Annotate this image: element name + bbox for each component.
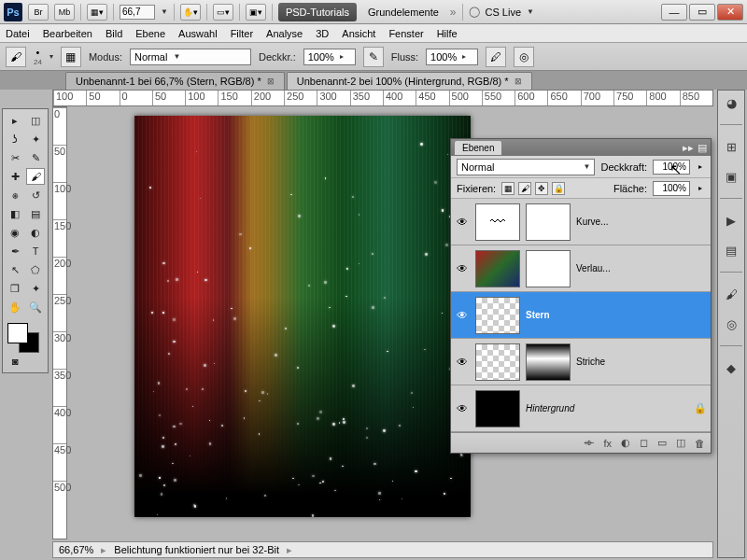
type-tool[interactable]: T	[26, 243, 45, 259]
layer-mask-thumb[interactable]	[526, 203, 571, 241]
flow-field[interactable]: 100%▸	[426, 49, 478, 65]
menu-fenster[interactable]: Fenster	[388, 28, 423, 39]
shape-tool[interactable]: ⬠	[26, 261, 45, 278]
healing-tool[interactable]: ✚	[6, 168, 24, 185]
minimize-button[interactable]: —	[661, 4, 687, 21]
lock-all-icon[interactable]: 🔒	[552, 182, 565, 195]
airbrush-icon[interactable]: 🖊	[486, 47, 506, 67]
layer-thumb[interactable]	[475, 297, 520, 334]
fill-field[interactable]	[653, 181, 690, 196]
opacity-field[interactable]: 100%▸	[303, 49, 356, 65]
history-brush-tool[interactable]: ↺	[26, 187, 45, 203]
layer-row[interactable]: 👁Stern	[451, 292, 711, 339]
actions-panel-icon[interactable]: ▤	[722, 242, 740, 259]
layers-tab[interactable]: Ebenen	[455, 141, 501, 155]
fill-flyout-icon[interactable]: ▸	[696, 184, 705, 192]
brush-picker-icon[interactable]: ▾	[49, 52, 53, 61]
adjustment-icon[interactable]: ◻	[640, 437, 648, 449]
layer-thumb[interactable]	[475, 390, 520, 427]
layer-row[interactable]: 👁Hintergrund🔒	[451, 385, 711, 432]
adjustments-panel-icon[interactable]: ⊞	[722, 138, 740, 155]
link-layers-icon[interactable]: ⬲	[584, 438, 594, 449]
pressure-opacity-icon[interactable]: ✎	[363, 47, 384, 67]
move-tool[interactable]: ▸	[6, 112, 24, 129]
panel-menu-icon[interactable]: ▤	[698, 142, 707, 154]
view-extras-button[interactable]: ▦▾	[87, 4, 107, 21]
3d-camera-tool[interactable]: ✦	[26, 280, 45, 297]
tool-preset-button[interactable]: 🖌	[6, 47, 26, 67]
menu-auswahl[interactable]: Auswahl	[178, 28, 218, 39]
menu-3d[interactable]: 3D	[316, 28, 329, 39]
workspace-pill[interactable]: PSD-Tutorials	[278, 3, 357, 21]
styles-panel-icon[interactable]: ◎	[722, 315, 740, 332]
screen-mode-button[interactable]: ▣▾	[246, 4, 266, 21]
artwork[interactable]	[134, 116, 471, 517]
menu-hilfe[interactable]: Hilfe	[437, 28, 458, 39]
lock-position-icon[interactable]: ✥	[535, 182, 548, 195]
visibility-icon[interactable]: 👁	[455, 216, 470, 229]
close-button[interactable]: ✕	[717, 4, 743, 21]
lasso-tool[interactable]: ʖ	[6, 131, 24, 147]
layer-fx-icon[interactable]: fx	[603, 438, 612, 449]
color-swatches[interactable]	[6, 321, 45, 351]
path-select-tool[interactable]: ↖	[6, 261, 24, 278]
layer-row[interactable]: 👁〰Kurve...	[451, 199, 711, 245]
bridge-button[interactable]: Br	[28, 4, 49, 21]
pen-tool[interactable]: ✒	[6, 243, 24, 259]
quickmask-button[interactable]: ◙	[6, 353, 24, 370]
layer-thumb[interactable]: 〰	[475, 203, 520, 241]
layer-thumb[interactable]	[475, 250, 520, 287]
foreground-swatch[interactable]	[7, 323, 28, 343]
menu-ansicht[interactable]: Ansicht	[342, 28, 375, 39]
eyedropper-tool[interactable]: ✎	[26, 149, 45, 166]
brush-panel-icon[interactable]: 🖌	[722, 286, 740, 302]
layer-thumb[interactable]	[475, 343, 520, 381]
menu-filter[interactable]: Filter	[231, 28, 253, 39]
color-panel-icon[interactable]: ◕	[722, 94, 740, 111]
status-zoom[interactable]: 66,67%	[59, 544, 93, 555]
close-tab-icon[interactable]: ⊠	[514, 77, 522, 86]
masks-panel-icon[interactable]: ▣	[722, 168, 740, 185]
arrange-button[interactable]: ▭▾	[213, 4, 233, 21]
history-panel-icon[interactable]: ▶	[722, 212, 740, 229]
layer-mask-thumb[interactable]	[526, 250, 571, 287]
eraser-tool[interactable]: ◧	[6, 205, 24, 222]
crop-tool[interactable]: ✂	[6, 149, 24, 166]
minibridge-button[interactable]: Mb	[54, 4, 75, 21]
layer-row[interactable]: 👁Striche	[451, 339, 711, 385]
new-layer-icon[interactable]: ◫	[676, 437, 685, 449]
cslive-button[interactable]: CS Live	[486, 7, 522, 18]
hand-tool[interactable]: ✋	[6, 299, 24, 315]
zoom-tool[interactable]: 🔍	[26, 299, 45, 315]
lock-transparent-icon[interactable]: ▦	[501, 182, 514, 195]
visibility-icon[interactable]: 👁	[455, 356, 470, 369]
blur-tool[interactable]: ◉	[6, 224, 24, 241]
cslive-dropdown-icon[interactable]: ▼	[527, 7, 534, 16]
menu-ebene[interactable]: Ebene	[135, 28, 165, 39]
visibility-icon[interactable]: 👁	[455, 402, 470, 415]
magic-wand-tool[interactable]: ✦	[26, 131, 45, 147]
workspace-name[interactable]: Grundelemente	[362, 7, 444, 18]
close-tab-icon[interactable]: ⊠	[267, 77, 275, 86]
visibility-icon[interactable]: 👁	[455, 309, 470, 322]
document-tab-1[interactable]: Unbenannt-1 bei 66,7% (Stern, RGB/8) * ⊠	[65, 72, 285, 90]
stamp-tool[interactable]: ⎈	[6, 187, 24, 203]
lock-pixels-icon[interactable]: 🖌	[518, 182, 531, 195]
menu-analyse[interactable]: Analyse	[266, 28, 303, 39]
menu-bearbeiten[interactable]: Bearbeiten	[43, 28, 92, 39]
layers-dock-icon[interactable]: ◆	[722, 359, 740, 376]
marquee-tool[interactable]: ◫	[26, 112, 45, 129]
layer-row[interactable]: 👁Verlau...	[451, 245, 711, 292]
layer-mask-thumb[interactable]	[526, 343, 571, 381]
layer-mask-icon[interactable]: ◐	[621, 437, 630, 449]
panel-collapse-icon[interactable]: ▸▸	[683, 142, 694, 154]
brush-panel-toggle[interactable]: ▦	[61, 47, 81, 67]
dodge-tool[interactable]: ◐	[26, 224, 45, 241]
menu-bild[interactable]: Bild	[106, 28, 122, 39]
workspace-more-icon[interactable]: »	[450, 6, 457, 19]
hand-tool-button[interactable]: ✋▾	[180, 4, 201, 21]
delete-layer-icon[interactable]: 🗑	[695, 438, 705, 449]
brush-tool[interactable]: 🖌	[26, 168, 45, 185]
visibility-icon[interactable]: 👁	[455, 262, 470, 275]
layer-opacity-field[interactable]	[653, 160, 690, 175]
